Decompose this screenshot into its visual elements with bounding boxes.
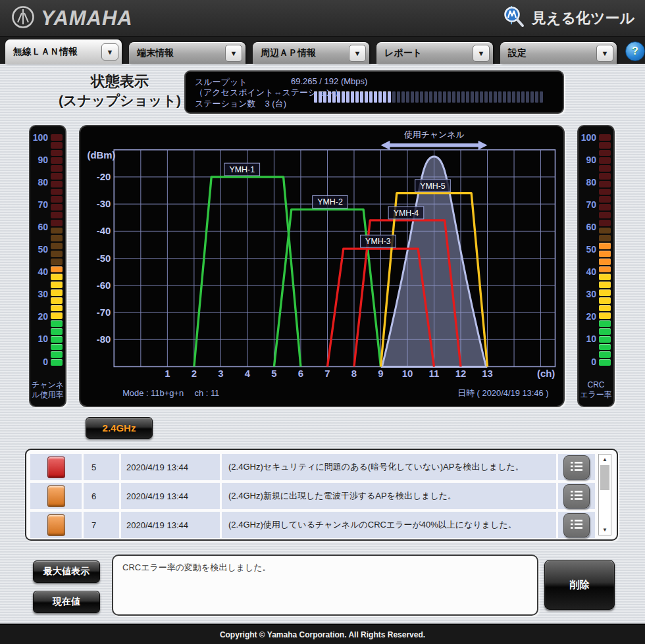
help-button[interactable]: ? xyxy=(625,41,645,61)
alert-time: 2020/4/19 13:44 xyxy=(121,512,220,538)
channel-usage-meter: 1009080706050403020100 チャンネ ル使用率 xyxy=(29,125,66,407)
alert-message: (2.4GHz)新規に出現した電波干渉するAPを検出しました。 xyxy=(222,483,556,509)
severity-cell xyxy=(30,512,82,538)
detail-button[interactable] xyxy=(563,484,590,508)
meter-led-segment xyxy=(51,173,63,180)
throughput-bar-segment xyxy=(461,91,465,103)
meter-scale-label: 40 xyxy=(30,266,48,277)
band-2-4ghz-button[interactable]: 2.4GHz xyxy=(86,417,153,439)
meter-led-segment xyxy=(51,351,63,358)
meter-scale-label: 20 xyxy=(579,311,596,322)
meter-led-segment xyxy=(599,305,611,312)
x-tick-label: 6 xyxy=(298,368,303,379)
alert-detail-box: CRCエラー率の変動を検出しました。 xyxy=(112,555,538,616)
meter-led-stack xyxy=(51,134,63,366)
meter-scale-label: 90 xyxy=(30,155,48,165)
meter-scale-label: 100 xyxy=(579,132,596,143)
meter-led-segment xyxy=(51,359,63,366)
dropdown-arrow-button[interactable]: ▼ xyxy=(225,45,242,62)
nav-tab[interactable]: レポート▼ xyxy=(376,42,493,64)
nav-tab[interactable]: 周辺ＡＰ情報▼ xyxy=(253,42,369,64)
meter-led-segment xyxy=(599,150,611,157)
meter-led-segment xyxy=(599,259,611,265)
scrollbar-thumb[interactable] xyxy=(600,465,609,490)
page-title-line2: (スナップショット) xyxy=(41,91,199,109)
meter-led-segment xyxy=(51,181,63,187)
meter-led-segment xyxy=(599,266,611,273)
meter-scale-label: 50 xyxy=(579,244,596,255)
meter-scale-label: 70 xyxy=(579,199,596,210)
x-tick-label: 13 xyxy=(482,368,493,379)
scroll-up-arrow[interactable]: ▲ xyxy=(599,457,611,462)
current-value-button[interactable]: 現在値 xyxy=(33,591,100,613)
detail-button[interactable] xyxy=(563,513,590,537)
throughput-bar-segment xyxy=(401,91,405,103)
used-channel-label: 使用チャンネル xyxy=(404,130,465,139)
y-unit-label: (dBm) xyxy=(88,150,116,161)
dropdown-arrow-button[interactable]: ▼ xyxy=(101,43,118,61)
dropdown-arrow-button[interactable]: ▼ xyxy=(473,45,490,62)
throughput-bar-segment xyxy=(383,91,386,103)
throughput-bar-segment xyxy=(374,91,377,103)
list-icon xyxy=(570,489,583,503)
meter-led-segment xyxy=(599,173,611,180)
alert-row[interactable]: 62020/4/19 13:44(2.4GHz)新規に出現した電波干渉するAPを… xyxy=(30,483,595,509)
meter-scale-label: 80 xyxy=(30,177,48,187)
meter-led-segment xyxy=(51,204,63,211)
page-title: 状態表示 (スナップショット) xyxy=(41,72,199,109)
nav-tab[interactable]: 端末情報▼ xyxy=(129,42,245,64)
meter-led-segment xyxy=(599,157,611,164)
meter-led-segment xyxy=(599,328,611,335)
meter-led-segment xyxy=(599,320,611,327)
throughput-bar-segment xyxy=(355,91,359,103)
throughput-bar-segment xyxy=(438,91,442,103)
detail-cell xyxy=(558,512,595,538)
throughput-bar-segment xyxy=(323,91,326,103)
throughput-bar-segment xyxy=(337,91,340,103)
throughput-bar-segment xyxy=(388,91,391,103)
delete-button[interactable]: 削除 xyxy=(544,560,615,610)
scroll-down-arrow[interactable]: ▼ xyxy=(599,527,611,533)
throughput-bar-segment xyxy=(480,91,483,103)
y-tick-label: -40 xyxy=(97,226,111,236)
alert-row[interactable]: 52020/4/19 13:44(2.4GHz)セキュリティに問題のある(暗号化… xyxy=(30,454,595,480)
nav-tab[interactable]: 設定▼ xyxy=(500,42,617,64)
throughput-bar-segment xyxy=(517,91,520,103)
alert-rows: 52020/4/19 13:44(2.4GHz)セキュリティに問題のある(暗号化… xyxy=(30,454,595,538)
scrollbar[interactable]: ▲ ▼ xyxy=(598,454,611,535)
meter-led-segment xyxy=(51,220,63,226)
throughput-bar-segment xyxy=(365,91,368,103)
meter-led-segment xyxy=(51,212,63,218)
x-tick-label: 9 xyxy=(378,368,383,379)
max-value-button[interactable]: 最大値表示 xyxy=(33,560,100,583)
throughput-bar-segment xyxy=(503,91,506,103)
alert-time: 2020/4/19 13:44 xyxy=(121,454,220,480)
meter-scale-label: 40 xyxy=(579,266,596,277)
throughput-bar-segment xyxy=(471,91,474,103)
throughput-bar-segment xyxy=(369,91,373,103)
x-tick-label: 12 xyxy=(455,368,467,379)
throughput-bar-segment xyxy=(332,91,336,103)
yamaha-logo: YAMAHA xyxy=(11,5,133,32)
throughput-bar-segment xyxy=(475,91,478,103)
throughput-bar-segment xyxy=(498,91,502,103)
meter-led-segment xyxy=(599,228,611,234)
meter-led-segment xyxy=(51,320,63,327)
meter-led-segment xyxy=(599,351,611,358)
y-tick-label: -30 xyxy=(97,199,111,209)
throughput-bar-segment xyxy=(378,91,382,103)
detail-button[interactable] xyxy=(563,455,590,480)
meter-scale-label: 100 xyxy=(30,132,48,143)
throughput-bar-segment xyxy=(411,91,414,103)
alert-row[interactable]: 72020/4/19 13:44(2.4GHz)使用しているチャンネルのCRCエ… xyxy=(30,512,595,538)
throughput-bar-segment xyxy=(484,91,488,103)
footer: Copyright © Yamaha Corporation. All Righ… xyxy=(0,624,645,644)
dropdown-arrow-button[interactable]: ▼ xyxy=(349,45,366,62)
throughput-bar-segment xyxy=(530,91,534,103)
dropdown-arrow-button[interactable]: ▼ xyxy=(596,45,613,62)
meter-led-segment xyxy=(51,259,63,265)
x-tick-label: 10 xyxy=(402,368,413,379)
meter-led-segment xyxy=(599,212,611,218)
meter-led-segment xyxy=(51,243,63,249)
nav-tab[interactable]: 無線ＬＡＮ情報▼ xyxy=(5,39,122,64)
